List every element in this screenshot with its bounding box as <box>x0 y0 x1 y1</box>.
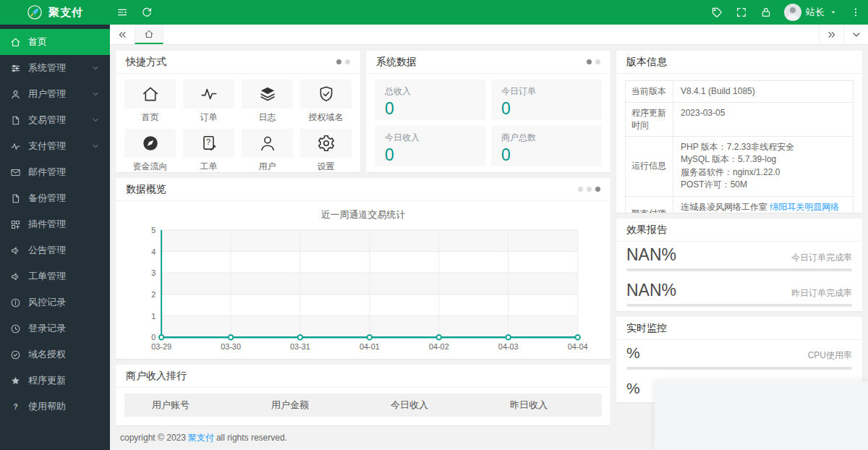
rank-column-header: 今日收入 <box>363 394 482 417</box>
svg-text:04-01: 04-01 <box>359 342 380 351</box>
quick-link-4[interactable]: 资金流向 <box>124 129 176 172</box>
version-row: 运行信息 PHP 版本：7.2.33非线程安全MySQL 版本：5.7.39-l… <box>626 137 853 197</box>
sidebar-item-label: 程序更新 <box>28 374 100 387</box>
carousel-dot[interactable] <box>587 187 592 192</box>
stat-label: 总收入 <box>385 85 475 98</box>
quick-link-5[interactable]: ? 工单 <box>183 129 234 172</box>
ranking-empty-text: 无数据 <box>124 417 602 425</box>
svg-text:4: 4 <box>151 247 156 256</box>
sidebar-item-1[interactable]: 系统管理 <box>0 55 110 81</box>
sidebar-item-6[interactable]: 备份管理 <box>0 185 110 211</box>
quick-link-6[interactable]: 用户 <box>242 129 293 172</box>
refresh-icon[interactable] <box>135 0 159 25</box>
sidebar-item-label: 登录记录 <box>28 322 100 335</box>
quick-link-label: 授权域名 <box>300 111 352 123</box>
carousel-dots <box>587 59 600 64</box>
rank-column-header: 昨日收入 <box>482 394 602 417</box>
version-row: 当前版本 V8.4.1 (Build 1085) <box>626 81 853 103</box>
tabs-scroll-left-icon[interactable] <box>110 25 135 44</box>
tab-bar <box>110 25 868 45</box>
sidebar-item-9[interactable]: 工单管理 <box>0 263 110 289</box>
sidebar-item-3[interactable]: 交易管理 <box>0 107 110 133</box>
svg-text:04-04: 04-04 <box>568 342 588 351</box>
compass-icon <box>124 129 176 158</box>
version-row-value: 连城县凌风网络工作室 绵阳耳关明皿网络科技有限公司 广州市小闹网络科技有限公司 … <box>673 197 853 213</box>
sidebar-item-0[interactable]: 首页 <box>0 29 110 55</box>
carousel-dots <box>336 59 350 64</box>
lock-icon[interactable] <box>754 0 778 25</box>
stat-value: 0 <box>385 145 475 165</box>
sidebar-item-13[interactable]: 程序更新 <box>0 368 110 394</box>
carousel-dot[interactable] <box>345 59 350 64</box>
version-row-label: 聚支付项目组 <box>626 197 673 213</box>
sidebar-item-label: 首页 <box>28 35 100 48</box>
stat-value: 0 <box>501 145 592 165</box>
merchant-ranking-card: 商户收入排行 用户账号用户金额今日收入昨日收入 无数据 <box>116 365 610 425</box>
sidebar-menu: 首页 系统管理 用户管理 交易管理 支付管理 邮件管理 备份管理 插件管理 <box>0 29 110 420</box>
tag-icon[interactable] <box>705 0 729 25</box>
version-row-value: V8.4.1 (Build 1085) <box>673 81 853 102</box>
collapse-sidebar-icon[interactable] <box>110 0 135 25</box>
quick-link-7[interactable]: 设置 <box>300 129 352 172</box>
quick-link-2[interactable]: 日志 <box>242 80 293 123</box>
quick-link-3[interactable]: 授权域名 <box>300 80 352 123</box>
user-menu[interactable]: 站长 <box>778 0 843 25</box>
quick-link-label: 订单 <box>183 111 234 123</box>
sidebar-item-2[interactable]: 用户管理 <box>0 81 110 107</box>
caret-down-icon <box>829 8 838 17</box>
brand[interactable]: 聚支付 <box>0 0 110 25</box>
carousel-dot[interactable] <box>336 59 341 64</box>
sidebar-item-10[interactable]: 风控记录 <box>0 289 110 315</box>
carousel-dot[interactable] <box>595 59 600 64</box>
sidebar-item-label: 备份管理 <box>28 192 100 205</box>
carousel-dots <box>578 187 600 192</box>
svg-text:04-03: 04-03 <box>498 342 519 351</box>
brand-title: 聚支付 <box>48 6 83 20</box>
sidebar-item-7[interactable]: 插件管理 <box>0 211 110 237</box>
line-chart: 0 1 2 3 4 5 03-29 03-30 03-31 04-01 04-0… <box>116 221 610 355</box>
footer-brand-link[interactable]: 聚支付 <box>188 432 214 444</box>
overlay-panel <box>655 381 868 450</box>
carousel-dot[interactable] <box>578 187 583 192</box>
progress-bar <box>626 304 852 307</box>
report-card: 效果报告 NAN% 今日订单完成率 NAN% 昨日订单完成率 <box>616 218 862 311</box>
sidebar-item-label: 用户管理 <box>28 88 91 101</box>
data-overview-card: 数据概览 近一周通道交易统计 0 1 2 3 4 5 03-29 03-30 0… <box>116 178 610 359</box>
version-row-value: PHP 版本：7.2.33非线程安全MySQL 版本：5.7.39-log服务器… <box>673 137 853 196</box>
quick-links-title: 快捷方式 <box>126 56 336 69</box>
quick-link-1[interactable]: 订单 <box>183 80 234 123</box>
sidebar: 首页 系统管理 用户管理 交易管理 支付管理 邮件管理 备份管理 插件管理 <box>0 25 110 450</box>
chevron-down-icon <box>91 142 100 150</box>
quick-link-0[interactable]: 首页 <box>124 80 176 123</box>
tabs-menu-icon[interactable] <box>843 25 868 44</box>
sidebar-item-11[interactable]: 登录记录 <box>0 315 110 341</box>
svg-text:04-02: 04-02 <box>429 342 449 351</box>
monitor-title: 实时监控 <box>626 322 852 335</box>
sidebar-item-label: 公告管理 <box>28 244 100 257</box>
sidebar-item-14[interactable]: ? 使用帮助 <box>0 394 110 420</box>
sidebar-item-12[interactable]: 域名授权 <box>0 341 110 368</box>
fullscreen-icon[interactable] <box>729 0 754 25</box>
user-name: 站长 <box>806 6 825 19</box>
meter-row: NAN% 昨日订单完成率 <box>616 277 862 307</box>
version-row: 聚支付项目组 连城县凌风网络工作室 绵阳耳关明皿网络科技有限公司 广州市小闹网络… <box>626 197 853 213</box>
user-icon <box>242 129 293 158</box>
more-menu-icon[interactable] <box>843 0 868 25</box>
speaker-icon <box>10 271 21 282</box>
carousel-dot[interactable] <box>595 187 600 192</box>
carousel-dot[interactable] <box>587 59 592 64</box>
sidebar-item-8[interactable]: 公告管理 <box>0 237 110 263</box>
chevron-down-icon <box>91 64 100 72</box>
meter-value: NAN% <box>626 245 676 264</box>
sidebar-item-label: 域名授权 <box>28 348 100 361</box>
stat-box: 今日收入 0 <box>375 126 485 166</box>
sidebar-item-4[interactable]: 支付管理 <box>0 133 110 159</box>
svg-text:03-30: 03-30 <box>221 342 241 351</box>
data-overview-title: 数据概览 <box>126 183 578 196</box>
version-info-title: 版本信息 <box>626 56 852 69</box>
quick-link-label: 日志 <box>242 111 293 123</box>
tabs-scroll-right-icon[interactable] <box>819 25 843 44</box>
sidebar-item-5[interactable]: 邮件管理 <box>0 159 110 185</box>
svg-text:?: ? <box>205 137 210 146</box>
tab-home[interactable] <box>135 25 163 44</box>
